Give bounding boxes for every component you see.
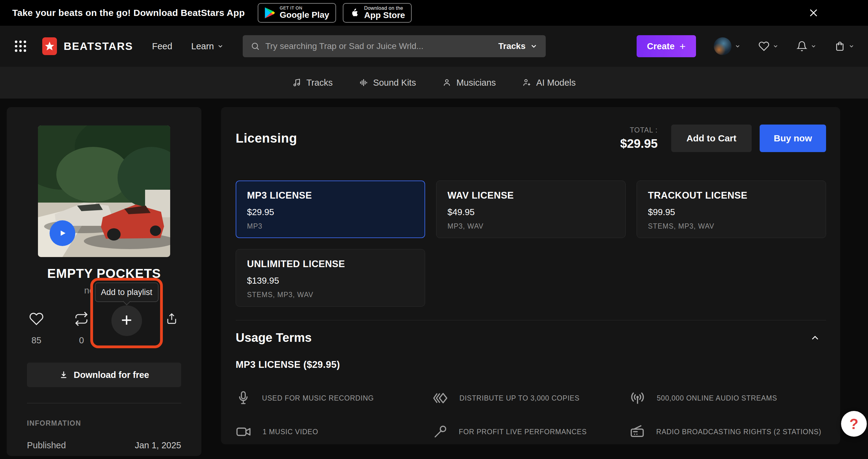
- license-formats: STEMS, MP3, WAV: [648, 222, 815, 231]
- nav-right-group: Create +: [637, 35, 855, 57]
- album-artwork: [38, 125, 170, 257]
- usage-terms-header: Usage Terms: [236, 331, 826, 344]
- person-icon: [442, 78, 452, 87]
- google-play-top-text: GET IT ON: [280, 6, 329, 10]
- term-item: DISTRIBUTE UP TO 3,000 COPIES: [432, 390, 629, 406]
- term-label: USED FOR MUSIC RECORDING: [262, 394, 374, 402]
- app-store-top-text: Download on the: [364, 5, 405, 11]
- search-bar: Tracks: [243, 35, 546, 57]
- term-label: FOR PROFIT LIVE PERFORMANCES: [459, 428, 587, 436]
- total-value: $29.95: [620, 137, 657, 151]
- licensing-header: Licensing TOTAL : $29.95 Add to Cart Buy…: [236, 124, 826, 152]
- chevron-down-icon: [810, 43, 816, 49]
- subnav-musicians[interactable]: Musicians: [442, 78, 496, 88]
- app-promo-banner: Take your beats on the go! Download Beat…: [0, 0, 868, 26]
- term-label: 500,000 ONLINE AUDIO STREAMS: [657, 394, 777, 402]
- subnav-tracks-label: Tracks: [306, 78, 333, 88]
- chevron-up-icon[interactable]: [810, 332, 820, 343]
- beatstars-logo[interactable]: BEATSTARS: [41, 37, 133, 56]
- nav-link-learn[interactable]: Learn: [191, 41, 224, 52]
- nav-link-feed[interactable]: Feed: [152, 41, 172, 52]
- licensing-panel: Licensing TOTAL : $29.95 Add to Cart Buy…: [221, 107, 840, 444]
- search-input[interactable]: [266, 41, 493, 51]
- published-label: Published: [27, 440, 66, 451]
- published-row: Published Jan 1, 2025: [27, 440, 181, 451]
- subnav-ai-models[interactable]: AI Models: [522, 78, 576, 88]
- plus-icon: +: [121, 311, 132, 328]
- waveform-icon: [359, 78, 368, 87]
- radio-icon: [629, 424, 645, 440]
- main-nav: BEATSTARS Feed Learn Tracks: [0, 26, 868, 67]
- play-button[interactable]: [50, 220, 75, 246]
- licensing-title: Licensing: [236, 131, 297, 146]
- subnav-sound-kits[interactable]: Sound Kits: [359, 78, 416, 88]
- profile-menu[interactable]: [714, 37, 741, 55]
- license-price: $99.95: [648, 207, 815, 217]
- avatar: [714, 37, 732, 55]
- license-card-unlimited[interactable]: UNLIMITED LICENSE $139.95 STEMS, MP3, WA…: [236, 249, 425, 307]
- page-content: EMPTY POCKETS noizy (BU 85 0: [0, 107, 868, 456]
- license-card-wav[interactable]: WAV LICENSE $49.95 MP3, WAV: [436, 181, 626, 238]
- banner-close-icon[interactable]: [807, 6, 820, 20]
- license-price: $139.95: [247, 276, 414, 286]
- published-value: Jan 1, 2025: [135, 440, 181, 451]
- license-price: $49.95: [447, 207, 614, 217]
- license-card-trackout[interactable]: TRACKOUT LICENSE $99.95 STEMS, MP3, WAV: [637, 181, 826, 238]
- notifications-menu[interactable]: [796, 41, 816, 52]
- search-category-label: Tracks: [498, 41, 526, 51]
- cart-menu[interactable]: [834, 41, 855, 52]
- chevron-down-icon: [848, 43, 855, 49]
- add-to-playlist-button[interactable]: +: [112, 305, 142, 336]
- license-formats: MP3: [247, 222, 414, 231]
- like-button[interactable]: 85: [27, 311, 46, 345]
- subnav-tracks[interactable]: Tracks: [292, 78, 333, 88]
- video-camera-icon: [236, 424, 252, 440]
- total-label: TOTAL :: [620, 126, 657, 134]
- favorites-menu[interactable]: [758, 41, 779, 52]
- google-play-bottom-text: Google Play: [280, 10, 329, 20]
- repeat-icon: [74, 311, 89, 326]
- search-category-dropdown[interactable]: Tracks: [498, 41, 538, 51]
- download-free-button[interactable]: Download for free: [27, 363, 181, 387]
- chevron-down-icon: [530, 42, 538, 50]
- repost-count: 0: [79, 335, 84, 345]
- buy-now-button[interactable]: Buy now: [760, 125, 826, 152]
- term-item: 500,000 ONLINE AUDIO STREAMS: [629, 390, 826, 406]
- license-formats: MP3, WAV: [447, 222, 614, 231]
- panel-divider: [236, 320, 826, 320]
- repost-button[interactable]: 0: [72, 311, 91, 345]
- beatstars-wordmark: BEATSTARS: [64, 40, 133, 52]
- chevron-down-icon: [217, 43, 224, 50]
- google-play-badge[interactable]: GET IT ON Google Play: [258, 3, 336, 23]
- feed-label: Feed: [152, 41, 172, 52]
- create-label: Create: [647, 41, 675, 52]
- beatstars-logo-icon: [41, 37, 58, 56]
- apple-icon: [349, 7, 360, 19]
- add-to-cart-button[interactable]: Add to Cart: [671, 125, 752, 152]
- app-store-badge[interactable]: Download on the App Store: [343, 3, 412, 23]
- heart-icon: [29, 311, 44, 326]
- apps-grid-icon[interactable]: [13, 39, 28, 53]
- term-item: 1 MUSIC VIDEO: [236, 424, 432, 440]
- license-price: $29.95: [247, 207, 414, 217]
- term-item: USED FOR MUSIC RECORDING: [236, 390, 432, 406]
- license-name: WAV LICENSE: [447, 190, 614, 201]
- term-label: RADIO BROADCASTING RIGHTS (2 STATIONS): [656, 428, 821, 436]
- create-button[interactable]: Create +: [637, 35, 696, 57]
- question-mark-icon: ?: [849, 416, 858, 432]
- help-button[interactable]: ?: [841, 411, 867, 437]
- chevron-down-icon: [773, 43, 779, 49]
- broadcast-icon: [629, 390, 646, 406]
- term-item: FOR PROFIT LIVE PERFORMANCES: [432, 424, 629, 440]
- subnav-ai-models-label: AI Models: [536, 78, 576, 88]
- card-divider: [27, 403, 181, 403]
- usage-terms-grid: USED FOR MUSIC RECORDING DISTRIBUTE UP T…: [236, 390, 826, 440]
- term-label: 1 MUSIC VIDEO: [262, 428, 318, 436]
- share-button[interactable]: [162, 311, 181, 345]
- term-label: DISTRIBUTE UP TO 3,000 COPIES: [459, 394, 580, 402]
- license-formats: STEMS, MP3, WAV: [247, 291, 414, 299]
- download-icon: [59, 370, 68, 379]
- license-card-mp3[interactable]: MP3 LICENSE $29.95 MP3: [236, 181, 425, 238]
- chevron-down-icon: [735, 43, 741, 49]
- store-badges: GET IT ON Google Play Download on the Ap…: [258, 3, 412, 23]
